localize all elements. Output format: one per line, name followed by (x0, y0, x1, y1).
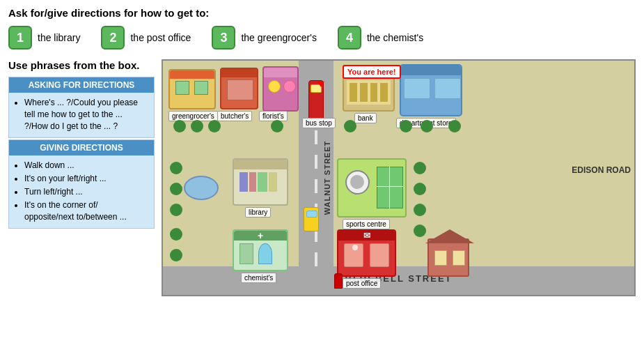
sports-centre-label: sports centre (343, 219, 390, 229)
label-2: the post office (130, 32, 191, 43)
giving-phrase-2: It's on your left/right ... (24, 173, 148, 185)
tree-16 (414, 204, 426, 216)
dash1 (315, 130, 317, 144)
item-2: 2 the post office (101, 26, 191, 50)
left-panel: Use phrases from the box. ASKING FOR DIR… (8, 59, 155, 296)
chemist-label: chemist's (241, 273, 276, 283)
tree-6 (400, 120, 412, 132)
tree-17 (414, 225, 426, 237)
bus-stop-label: bus stop (302, 118, 336, 128)
florist-label: florist's (259, 111, 288, 121)
florist-building (262, 66, 299, 112)
post-office-label: post office (343, 278, 381, 289)
house-right (427, 238, 469, 277)
butcher-building (220, 68, 258, 109)
label-4: the chemist's (367, 32, 423, 43)
you-are-here-arrow (317, 82, 324, 87)
greengrocer-building (168, 69, 216, 109)
tree-4 (271, 120, 283, 132)
edison-road-label: EDISON ROAD (572, 165, 631, 175)
asking-phrase-1: Where's ... ?/Could you please tell me h… (24, 97, 148, 132)
tree-7 (421, 120, 433, 132)
fountain (184, 176, 219, 200)
tree-3 (208, 120, 221, 132)
giving-content: Walk down ... It's on your left/right ..… (9, 155, 154, 228)
dash3 (315, 179, 317, 193)
use-phrases-title: Use phrases from the box. (8, 59, 155, 71)
butcher-label: butcher's (217, 111, 252, 121)
dash6 (315, 252, 317, 266)
badge-1: 1 (8, 26, 32, 50)
tree-14 (414, 162, 426, 174)
label-1: the library (38, 32, 80, 43)
post-office-building: ✉ (337, 229, 396, 277)
item-4: 4 the chemist's (338, 26, 423, 50)
giving-phrase-4: It's on the corner of/ opposite/next to/… (24, 199, 148, 223)
badge-3: 3 (212, 26, 235, 50)
walnut-street-label: WALNUT STREET (323, 141, 331, 215)
asking-box: ASKING FOR DIRECTIONS Where's ... ?/Coul… (8, 77, 155, 138)
tree-12 (170, 228, 182, 241)
badge-2: 2 (101, 26, 125, 50)
tree-2 (191, 120, 203, 132)
greengrocer-label: greengrocer's (168, 111, 218, 121)
dash2 (315, 155, 317, 169)
tree-9 (170, 162, 182, 174)
tree-10 (170, 183, 182, 195)
bank-label: bank (354, 113, 377, 123)
tree-11 (170, 204, 182, 216)
item-3: 3 the greengrocer's (212, 26, 317, 50)
main-content: Use phrases from the box. ASKING FOR DIR… (8, 59, 636, 296)
giving-phrase-3: Turn left/right ... (24, 186, 148, 198)
giving-phrase-1: Walk down ... (24, 160, 148, 172)
tree-15 (414, 183, 426, 195)
giving-box: GIVING DIRECTIONS Walk down ... It's on … (8, 139, 155, 229)
tree-1 (173, 120, 186, 132)
library-building (233, 158, 288, 206)
chemist-building: + (233, 229, 288, 271)
library-label: library (245, 207, 271, 218)
item-1: 1 the library (8, 26, 80, 50)
badge-4: 4 (338, 26, 361, 50)
asking-content: Where's ... ?/Could you please tell me h… (9, 93, 154, 137)
tree-5 (344, 120, 356, 132)
sports-centre-building (337, 158, 407, 218)
map-area: EDISON ROAD BLUEBELL STREET WALNUT STREE… (162, 59, 636, 296)
tree-8 (448, 120, 461, 132)
tree-13 (170, 249, 182, 261)
you-are-here-badge: You are here! (343, 65, 401, 79)
department-store-building (400, 64, 462, 116)
asking-header: ASKING FOR DIRECTIONS (9, 77, 154, 93)
label-3: the greengrocer's (241, 32, 317, 43)
numbered-items-row: 1 the library 2 the post office 3 the gr… (8, 26, 636, 50)
giving-header: GIVING DIRECTIONS (9, 140, 154, 155)
taxi (304, 207, 319, 231)
post-box (334, 273, 343, 289)
page-title: Ask for/give directions for how to get t… (8, 7, 636, 19)
